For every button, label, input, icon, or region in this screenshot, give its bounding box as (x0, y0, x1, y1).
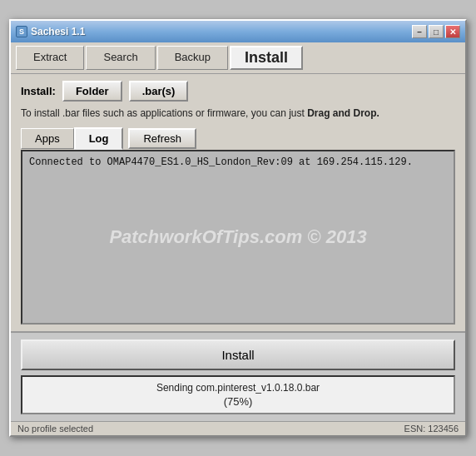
drag-drop-label: Drag and Drop. (307, 107, 379, 119)
log-area: Connected to OMAP4470_ES1.0_HS_London_Re… (21, 150, 455, 325)
install-row: Install: Folder .bar(s) (21, 81, 455, 102)
maximize-button[interactable]: □ (429, 25, 444, 38)
sub-tab-apps[interactable]: Apps (21, 128, 74, 149)
app-window: S Sachesi 1.1 – □ ✕ Extract Search Backu… (9, 19, 467, 437)
sub-tab-row: Apps Log Refresh (21, 127, 455, 150)
app-icon: S (16, 26, 27, 37)
close-button[interactable]: ✕ (445, 25, 460, 38)
info-text: To install .bar files such as applicatio… (21, 107, 455, 121)
sub-tab-log[interactable]: Log (74, 127, 124, 150)
status-right: ESN: 123456 (238, 424, 459, 434)
log-text: Connected to OMAP4470_ES1.0_HS_London_Re… (29, 156, 447, 168)
bottom-section: Install Sending com.pinterest_v1.0.18.0.… (11, 331, 465, 421)
title-buttons: – □ ✕ (412, 25, 460, 38)
window-title: Sachesi 1.1 (31, 26, 85, 37)
tab-backup[interactable]: Backup (157, 46, 228, 70)
content-area: Install: Folder .bar(s) To install .bar … (11, 74, 465, 331)
bar-button[interactable]: .bar(s) (129, 81, 189, 102)
status-bar: No profile selected ESN: 123456 (11, 421, 465, 435)
title-bar: S Sachesi 1.1 – □ ✕ (11, 21, 465, 42)
install-label: Install: (21, 85, 56, 97)
progress-percent: (75%) (29, 395, 447, 408)
tab-search[interactable]: Search (86, 46, 155, 70)
status-left: No profile selected (17, 424, 238, 434)
refresh-button[interactable]: Refresh (128, 128, 196, 149)
tab-extract[interactable]: Extract (16, 46, 84, 70)
watermark: PatchworkOfTips.com © 2013 (109, 226, 366, 248)
folder-button[interactable]: Folder (62, 81, 122, 102)
menu-bar: Extract Search Backup Install (11, 42, 465, 74)
tab-install[interactable]: Install (230, 46, 303, 70)
minimize-button[interactable]: – (412, 25, 427, 38)
progress-box: Sending com.pinterest_v1.0.18.0.bar (75%… (21, 375, 455, 414)
progress-label: Sending com.pinterest_v1.0.18.0.bar (29, 382, 447, 394)
install-main-button[interactable]: Install (21, 340, 455, 370)
